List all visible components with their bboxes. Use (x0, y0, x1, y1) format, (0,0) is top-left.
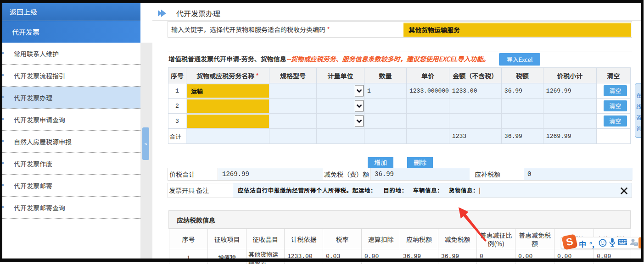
svg-text:21: 21 (634, 242, 638, 246)
